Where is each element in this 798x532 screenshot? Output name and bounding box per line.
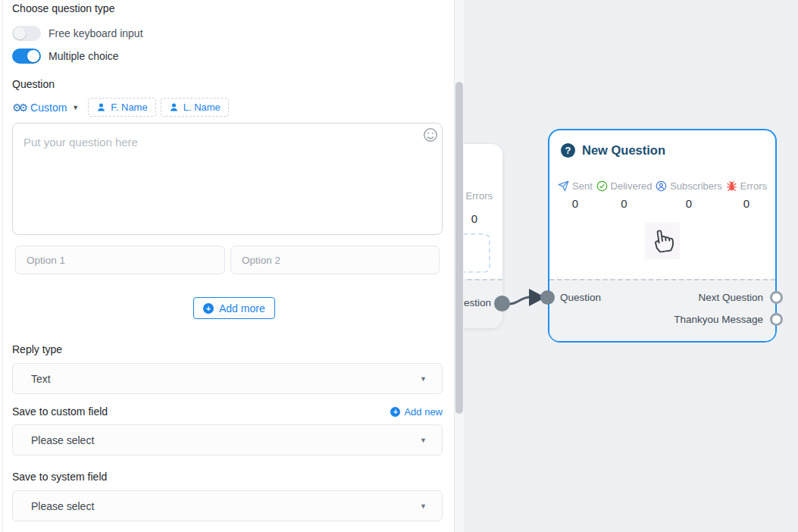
add-new-label: Add new bbox=[404, 406, 443, 418]
stat-label: Subscribers bbox=[670, 180, 722, 192]
partial-node-errors-value: 0 bbox=[471, 212, 477, 225]
node-footer: Question Next Question Thankyou Message bbox=[549, 279, 775, 341]
multiple-choice-toggle[interactable] bbox=[12, 49, 41, 64]
question-heading: Question bbox=[12, 78, 55, 90]
person-icon bbox=[169, 102, 179, 112]
delivered-icon bbox=[596, 180, 608, 192]
tag-label: L. Name bbox=[183, 102, 221, 113]
custom-button-label: Custom bbox=[30, 102, 67, 114]
stat-value: 0 bbox=[572, 197, 578, 210]
save-system-field-value: Please select bbox=[31, 500, 94, 512]
send-icon bbox=[558, 180, 569, 192]
tag-label: F. Name bbox=[111, 102, 147, 113]
stat-value: 0 bbox=[686, 197, 692, 210]
node-stats-row: Sent 0 Delivered 0 Subscribers 0 bbox=[549, 180, 775, 210]
question-config-panel: Choose question type Free keyboard input… bbox=[0, 0, 455, 532]
person-icon bbox=[96, 102, 106, 112]
stat-subscribers: Subscribers 0 bbox=[656, 180, 722, 210]
save-custom-field-heading: Save to custom field bbox=[12, 405, 108, 418]
toggle-knob bbox=[14, 27, 26, 39]
add-new-custom-field-button[interactable]: + Add new bbox=[390, 406, 443, 418]
output-next-question-label: Next Question bbox=[698, 292, 763, 303]
first-name-tag-button[interactable]: F. Name bbox=[88, 98, 155, 117]
next-question-output-connector[interactable] bbox=[770, 291, 783, 304]
output-thankyou-message-label: Thankyou Message bbox=[674, 314, 763, 325]
gears-icon: ⚙︎⚙︎ bbox=[12, 102, 25, 114]
save-custom-field-value: Please select bbox=[31, 434, 94, 446]
chevron-down-icon: ▼ bbox=[72, 104, 79, 111]
option-2-input[interactable] bbox=[230, 246, 440, 274]
plus-icon: + bbox=[203, 303, 214, 314]
save-system-field-select[interactable]: Please select ▼ bbox=[12, 490, 443, 521]
toggle-knob bbox=[27, 50, 39, 62]
input-connector-label: Question bbox=[560, 292, 601, 303]
stat-value: 0 bbox=[621, 197, 627, 210]
stat-label: Errors bbox=[740, 180, 767, 192]
question-mark-icon: ? bbox=[561, 143, 575, 158]
stat-errors: Errors 0 bbox=[726, 180, 767, 210]
stat-sent: Sent 0 bbox=[558, 180, 593, 210]
merge-tag-toolbar: ⚙︎⚙︎ Custom ▼ F. Name L. Name bbox=[12, 97, 233, 117]
reply-type-heading: Reply type bbox=[12, 343, 62, 355]
panel-scrollbar-thumb[interactable] bbox=[455, 82, 463, 414]
chevron-down-icon: ▼ bbox=[420, 437, 427, 444]
chevron-down-icon: ▼ bbox=[420, 502, 427, 510]
thankyou-message-output-connector[interactable] bbox=[770, 313, 783, 326]
smiley-icon bbox=[423, 127, 438, 142]
chevron-down-icon: ▼ bbox=[420, 375, 427, 383]
custom-fields-dropdown-button[interactable]: ⚙︎⚙︎ Custom ▼ bbox=[12, 102, 79, 114]
add-more-option-button[interactable]: + Add more bbox=[193, 297, 275, 319]
partial-node-errors-label: Errors bbox=[466, 190, 493, 202]
stat-value: 0 bbox=[743, 197, 749, 210]
new-question-node[interactable]: ? New Question Sent 0 Delivered 0 bbox=[548, 129, 777, 343]
free-keyboard-label: Free keyboard input bbox=[49, 27, 143, 39]
question-text-input[interactable] bbox=[12, 123, 443, 235]
hand-cursor-icon bbox=[645, 223, 680, 259]
question-type-heading: Choose question type bbox=[12, 2, 114, 14]
question-input-connector[interactable] bbox=[540, 290, 555, 305]
stat-label: Delivered bbox=[611, 180, 652, 192]
add-more-label: Add more bbox=[219, 302, 265, 315]
reply-type-value: Text bbox=[31, 373, 51, 385]
save-custom-field-select[interactable]: Please select ▼ bbox=[12, 424, 443, 455]
reply-type-select[interactable]: Text ▼ bbox=[12, 363, 443, 394]
multiple-choice-label: Multiple choice bbox=[49, 50, 119, 62]
stat-delivered: Delivered 0 bbox=[596, 180, 652, 210]
free-keyboard-toggle[interactable] bbox=[12, 26, 41, 41]
errors-bug-icon bbox=[726, 180, 737, 192]
emoji-picker-button[interactable] bbox=[423, 127, 438, 142]
last-name-tag-button[interactable]: L. Name bbox=[161, 98, 229, 117]
plus-icon: + bbox=[390, 407, 400, 417]
subscribers-icon bbox=[656, 180, 667, 192]
source-output-connector[interactable] bbox=[494, 296, 510, 311]
panel-scrollbar-track[interactable] bbox=[455, 0, 464, 532]
save-system-field-heading: Save to system field bbox=[12, 471, 107, 483]
option-1-input[interactable] bbox=[15, 246, 225, 274]
node-title: New Question bbox=[582, 143, 665, 158]
stat-label: Sent bbox=[572, 180, 593, 192]
